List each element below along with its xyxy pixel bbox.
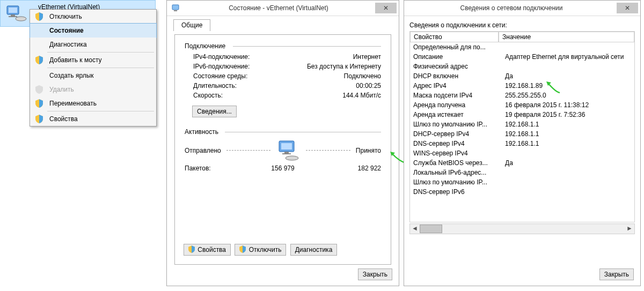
- table-row[interactable]: DNS-сервер IPv4192.168.1.1: [410, 139, 634, 148]
- property-cell: DNS-сервер IPv4: [410, 140, 502, 147]
- table-row[interactable]: Физический адрес: [410, 62, 634, 71]
- button-label: Отключить: [249, 246, 282, 253]
- svg-point-4: [16, 17, 26, 21]
- menu-item-label: Свойства: [49, 115, 78, 123]
- ipv6-row: IPv6-подключение: Без доступа к Интернет…: [185, 62, 381, 71]
- property-cell: Служба NetBIOS через...: [410, 159, 502, 167]
- shield-icon: [35, 99, 44, 108]
- menu-item-label: Создать ярлык: [49, 72, 94, 79]
- column-header-property[interactable]: Свойство: [410, 32, 499, 42]
- shield-disabled-icon: [35, 85, 44, 94]
- table-row[interactable]: DHCP включенДа: [410, 71, 634, 81]
- details-window-titlebar[interactable]: Сведения о сетевом подключении ✕: [404, 1, 640, 16]
- table-row[interactable]: WINS-сервер IPv4: [410, 148, 634, 158]
- ipv4-value: Интернет: [353, 53, 381, 61]
- table-row[interactable]: Аренда истекает19 февраля 2015 г. 7:52:3…: [410, 110, 634, 120]
- property-cell: Шлюз по умолчанию IP...: [410, 178, 502, 186]
- blank-icon: [35, 40, 44, 49]
- packets-label: Пакетов:: [185, 165, 244, 172]
- property-cell: Локальный IPv6-адрес...: [410, 169, 502, 176]
- details-button[interactable]: Сведения...: [192, 106, 237, 117]
- properties-button[interactable]: Свойства: [184, 244, 231, 256]
- shield-icon: [239, 245, 246, 255]
- table-row[interactable]: Служба NetBIOS через...Да: [410, 158, 634, 168]
- ipv6-value: Без доступа к Интернету: [307, 63, 381, 70]
- value-cell: 19 февраля 2015 г. 7:52:36: [502, 111, 634, 118]
- property-cell: DHCP включен: [410, 72, 502, 80]
- tab-general[interactable]: Общие: [173, 19, 210, 31]
- close-button[interactable]: ✕: [375, 3, 397, 13]
- table-row[interactable]: DHCP-сервер IPv4192.168.1.1: [410, 129, 634, 139]
- value-cell: 255.255.255.0: [502, 92, 634, 99]
- menu-item-label: Отключить: [49, 13, 82, 20]
- status-window-titlebar[interactable]: Состояние - vEthernet (VirtualNet) ✕: [167, 1, 399, 16]
- packets-received: 182 922: [322, 165, 381, 172]
- table-row[interactable]: Определенный для по...: [410, 42, 634, 52]
- property-cell: Физический адрес: [410, 63, 502, 70]
- menu-item-label: Состояние: [49, 27, 84, 34]
- table-row[interactable]: Шлюз по умолчанию IP...192.168.1.1: [410, 120, 634, 129]
- table-row[interactable]: Локальный IPv6-адрес...: [410, 168, 634, 177]
- svg-rect-3: [9, 16, 17, 17]
- details-table: Свойство Значение Определенный для по...…: [409, 31, 635, 222]
- disable-button[interactable]: Отключить: [235, 244, 286, 256]
- menu-item-label: Переименовать: [49, 100, 97, 107]
- menu-item-label: Диагностика: [49, 41, 87, 48]
- property-cell: DHCP-сервер IPv4: [410, 130, 502, 138]
- table-row[interactable]: Шлюз по умолчанию IP...: [410, 177, 634, 187]
- button-label: Диагностика: [295, 246, 333, 253]
- menu-item-status[interactable]: Состояние: [30, 23, 157, 38]
- network-adapter-icon: [5, 5, 29, 22]
- value-cell: Да: [502, 72, 634, 80]
- value-cell: 192.168.1.89: [502, 82, 634, 89]
- status-window: Состояние - vEthernet (VirtualNet) ✕ Общ…: [166, 0, 399, 286]
- table-row[interactable]: ОписаниеАдаптер Ethernet для виртуальной…: [410, 52, 634, 62]
- menu-item-diagnose[interactable]: Диагностика: [30, 38, 156, 51]
- svg-rect-6: [174, 10, 177, 11]
- received-label: Принято: [356, 147, 381, 154]
- tab-body: Подключение IPv4-подключение: Интернет I…: [174, 34, 391, 265]
- packets-sent: 156 979: [244, 165, 322, 172]
- close-button[interactable]: Закрыть: [599, 268, 634, 280]
- table-row[interactable]: Аренда получена16 февраля 2015 г. 11:38:…: [410, 100, 634, 110]
- context-menu: Отключить Состояние Диагностика Добавить…: [30, 9, 157, 126]
- property-cell: DNS-сервер IPv6: [410, 188, 502, 196]
- menu-item-properties[interactable]: Свойства: [30, 112, 156, 126]
- menu-item-bridge[interactable]: Добавить к мосту: [30, 53, 156, 67]
- menu-item-create-shortcut[interactable]: Создать ярлык: [30, 69, 156, 83]
- speed-value: 144.4 Мбит/с: [342, 92, 381, 99]
- table-row[interactable]: DNS-сервер IPv6: [410, 187, 634, 197]
- property-cell: Маска подсети IPv4: [410, 92, 502, 99]
- table-row[interactable]: Адрес IPv4192.168.1.89: [410, 81, 634, 91]
- menu-item-rename[interactable]: Переименовать: [30, 96, 156, 110]
- horizontal-scrollbar[interactable]: ◄ ►: [409, 223, 635, 234]
- table-row[interactable]: Маска подсети IPv4255.255.255.0: [410, 91, 634, 100]
- svg-rect-5: [172, 5, 179, 10]
- close-button[interactable]: ✕: [617, 3, 638, 13]
- column-header-value[interactable]: Значение: [499, 32, 634, 42]
- shield-icon: [35, 12, 44, 21]
- close-button[interactable]: Закрыть: [358, 268, 392, 280]
- value-cell: 192.168.1.1: [502, 130, 634, 138]
- menu-item-disable[interactable]: Отключить: [30, 10, 156, 24]
- property-cell: Аренда истекает: [410, 111, 502, 118]
- shield-icon: [35, 56, 44, 64]
- scroll-left-button[interactable]: ◄: [410, 225, 420, 233]
- sent-label: Отправлено: [185, 147, 221, 154]
- media-state-label: Состояние среды:: [193, 72, 247, 80]
- property-cell: Аренда получена: [410, 101, 502, 109]
- property-cell: Адрес IPv4: [410, 82, 502, 89]
- property-cell: Описание: [410, 53, 502, 61]
- menu-item-label: Добавить к мосту: [49, 56, 102, 64]
- svg-point-11: [286, 156, 298, 160]
- media-state-value: Подключено: [344, 72, 381, 80]
- svg-rect-9: [284, 152, 289, 153]
- diagnose-button[interactable]: Диагностика: [290, 244, 338, 256]
- scroll-thumb[interactable]: [420, 225, 442, 233]
- scroll-right-button[interactable]: ►: [625, 225, 634, 233]
- value-cell: Да: [502, 159, 634, 167]
- value-cell: 192.168.1.1: [502, 121, 634, 128]
- shield-icon: [188, 245, 195, 255]
- duration-value: 00:00:25: [356, 82, 381, 89]
- speed-row: Скорость: 144.4 Мбит/с: [185, 91, 381, 100]
